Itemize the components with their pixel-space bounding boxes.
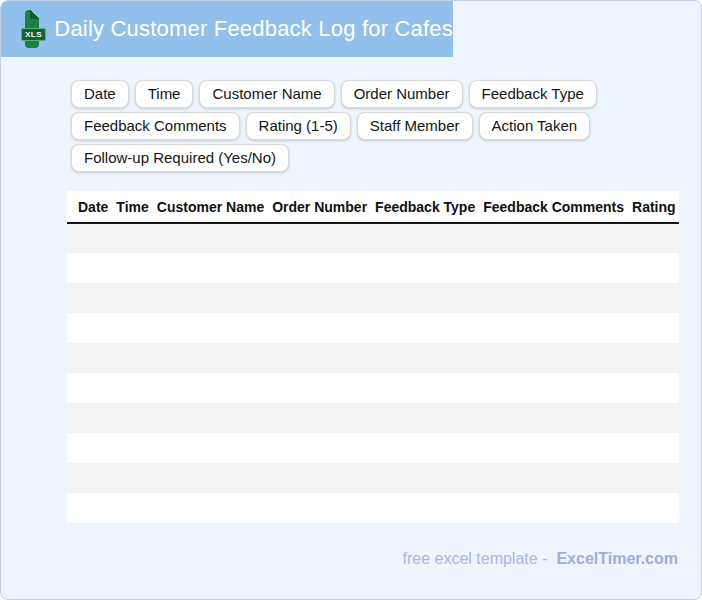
table-cell	[479, 223, 628, 253]
table-cell	[479, 463, 628, 493]
table-cell	[479, 493, 628, 523]
field-chip[interactable]: Customer Name	[199, 80, 334, 108]
table-cell	[67, 403, 112, 433]
table-cell	[479, 403, 628, 433]
field-chip[interactable]: Order Number	[341, 80, 463, 108]
table-row	[67, 343, 679, 373]
table-cell	[268, 403, 371, 433]
table-cell	[371, 433, 479, 463]
table-cell	[153, 493, 268, 523]
table-cell	[371, 313, 479, 343]
table-cell	[268, 433, 371, 463]
table-cell	[371, 223, 479, 253]
footer-brand-link[interactable]: ExcelTimer.com	[556, 550, 678, 567]
field-chip[interactable]: Rating (1-5)	[246, 112, 351, 140]
feedback-table: DateTimeCustomer NameOrder NumberFeedbac…	[67, 191, 679, 523]
table-row	[67, 493, 679, 523]
table-cell	[268, 283, 371, 313]
footer-label: free excel template -	[402, 550, 547, 567]
table-cell	[112, 493, 152, 523]
field-chip[interactable]: Follow-up Required (Yes/No)	[71, 144, 289, 172]
xls-badge: XLS	[21, 28, 46, 41]
table-cell	[628, 253, 679, 283]
table-cell	[371, 463, 479, 493]
field-chip[interactable]: Staff Member	[357, 112, 473, 140]
footer: free excel template -ExcelTimer.com	[402, 550, 678, 568]
table-cell	[67, 313, 112, 343]
table-row	[67, 403, 679, 433]
table-cell	[67, 463, 112, 493]
xls-file-fold	[30, 10, 39, 19]
table-cell	[153, 403, 268, 433]
table-cell	[479, 373, 628, 403]
column-header: Time	[112, 191, 152, 223]
field-chip[interactable]: Date	[71, 80, 129, 108]
table-cell	[628, 373, 679, 403]
xls-file-icon: XLS	[25, 10, 39, 48]
table-cell	[67, 223, 112, 253]
table-cell	[153, 253, 268, 283]
table-cell	[268, 343, 371, 373]
table-cell	[268, 373, 371, 403]
table-cell	[67, 373, 112, 403]
table-row	[67, 313, 679, 343]
table-cell	[112, 253, 152, 283]
table-cell	[628, 223, 679, 253]
field-chip[interactable]: Feedback Type	[469, 80, 597, 108]
table-cell	[67, 493, 112, 523]
feedback-table-container: DateTimeCustomer NameOrder NumberFeedbac…	[67, 191, 679, 525]
table-cell	[371, 283, 479, 313]
table-cell	[153, 373, 268, 403]
table-cell	[153, 463, 268, 493]
table-row	[67, 433, 679, 463]
column-header: Order Number	[268, 191, 371, 223]
table-cell	[479, 343, 628, 373]
table-cell	[112, 403, 152, 433]
field-chip[interactable]: Feedback Comments	[71, 112, 240, 140]
header-row: DateTimeCustomer NameOrder NumberFeedbac…	[67, 191, 679, 223]
table-row	[67, 253, 679, 283]
field-chip[interactable]: Action Taken	[479, 112, 591, 140]
table-row	[67, 463, 679, 493]
field-chip-list: DateTimeCustomer NameOrder NumberFeedbac…	[71, 80, 671, 172]
table-cell	[112, 313, 152, 343]
table-cell	[268, 253, 371, 283]
page-title: Daily Customer Feedback Log for Cafes	[54, 16, 453, 42]
feedback-table-body	[67, 223, 679, 523]
table-cell	[628, 433, 679, 463]
table-cell	[371, 343, 479, 373]
table-cell	[628, 283, 679, 313]
table-row	[67, 223, 679, 253]
table-row	[67, 373, 679, 403]
table-cell	[268, 463, 371, 493]
table-row	[67, 283, 679, 313]
table-cell	[628, 313, 679, 343]
table-cell	[371, 253, 479, 283]
table-cell	[153, 313, 268, 343]
table-cell	[67, 433, 112, 463]
table-cell	[479, 433, 628, 463]
table-cell	[371, 493, 479, 523]
table-cell	[112, 343, 152, 373]
table-cell	[268, 313, 371, 343]
table-cell	[112, 433, 152, 463]
table-cell	[628, 463, 679, 493]
table-cell	[112, 283, 152, 313]
table-cell	[371, 373, 479, 403]
column-header: Feedback Type	[371, 191, 479, 223]
table-cell	[268, 493, 371, 523]
table-cell	[153, 343, 268, 373]
table-cell	[112, 223, 152, 253]
table-cell	[628, 493, 679, 523]
table-cell	[67, 253, 112, 283]
table-cell	[268, 223, 371, 253]
field-chip[interactable]: Time	[135, 80, 194, 108]
feedback-table-head: DateTimeCustomer NameOrder NumberFeedbac…	[67, 191, 679, 223]
table-cell	[479, 253, 628, 283]
table-cell	[153, 433, 268, 463]
table-cell	[67, 343, 112, 373]
column-header: Date	[67, 191, 112, 223]
column-header: Customer Name	[153, 191, 268, 223]
table-cell	[479, 283, 628, 313]
table-cell	[628, 343, 679, 373]
